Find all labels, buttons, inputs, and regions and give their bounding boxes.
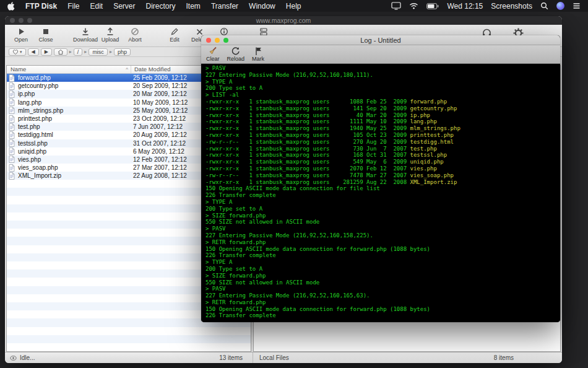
log-filename: XML_Import.zip: [410, 179, 457, 185]
menu-item[interactable]: Item: [186, 2, 201, 11]
menu-item[interactable]: Transfer: [211, 2, 238, 11]
file-date-modified: 20 Mar 2009, 12:12: [130, 90, 187, 97]
file-name: vies.php: [16, 156, 130, 163]
log-filename: vies_soap.php: [410, 172, 454, 178]
log-line: 200 Type set to A: [205, 206, 556, 212]
upload-label: Upload: [102, 37, 119, 43]
log-filename: ip.php: [410, 112, 431, 118]
file-name: testdigg.html: [16, 131, 130, 138]
path-segment-root[interactable]: /: [74, 48, 83, 56]
document-icon: [9, 131, 16, 139]
menu-item[interactable]: Edit: [90, 2, 103, 11]
upload-icon: [106, 27, 115, 37]
home-icon: [58, 49, 64, 55]
log-line: 550 SIZE not allowed in ASCII mode: [205, 279, 556, 286]
close-window-icon: [10, 18, 15, 23]
log-line: -rw-r--r-- 1 stanbusk_maxprog users 270 …: [205, 139, 556, 146]
menu-item[interactable]: Server: [113, 2, 135, 11]
display-icon[interactable]: [391, 2, 401, 10]
chevron-down-icon: ▾: [20, 50, 22, 55]
main-titlebar[interactable]: www.maxprog.com: [5, 16, 562, 25]
log-filename: mlm_strings.php: [410, 125, 460, 131]
log-line: -rwxr-xr-x 1 stanbusk_maxprog users 1111…: [205, 118, 556, 125]
column-header-date-modified[interactable]: Date Modified: [131, 66, 171, 73]
log-line: > PASV: [205, 65, 556, 72]
file-name: uniqid.php: [16, 148, 130, 155]
download-button[interactable]: Download: [73, 27, 98, 43]
edit-label: Edit: [170, 37, 179, 43]
close-label: Close: [38, 37, 53, 43]
log-line: 150 Opening ASCII mode data connection f…: [205, 246, 556, 253]
log-toolbar: Clear Reload Mark: [201, 45, 560, 64]
home-button[interactable]: [54, 48, 67, 56]
siri-icon[interactable]: [556, 2, 564, 10]
log-line: -rw-r--r-- 1 stanbusk_maxprog users 7478…: [205, 172, 556, 179]
clear-button[interactable]: Clear: [206, 46, 220, 62]
log-filename: forward.php: [410, 99, 447, 105]
upload-button[interactable]: Upload: [98, 27, 123, 43]
file-date-modified: 31 Oct 2007, 12:12: [130, 140, 186, 147]
log-line: > PASV: [205, 286, 556, 292]
close-button[interactable]: Close: [33, 27, 58, 43]
app-menu-title[interactable]: FTP Disk: [25, 2, 57, 11]
menubar-clock[interactable]: Wed 12:15: [447, 2, 483, 11]
log-filename: test.php: [410, 146, 437, 152]
broom-icon: [208, 46, 217, 56]
document-icon: [9, 107, 16, 114]
log-titlebar[interactable]: Log - Untitled: [201, 35, 560, 45]
log-filename: printtest.php: [410, 132, 454, 138]
battery-icon[interactable]: [426, 3, 439, 9]
menubar-screenshots-item[interactable]: Screenshots: [491, 2, 532, 11]
path-segment-php[interactable]: php: [114, 48, 131, 56]
menu-item[interactable]: Directory: [146, 2, 176, 11]
back-icon: ◀: [32, 49, 35, 55]
delete-icon: [196, 27, 204, 37]
traffic-lights[interactable]: [10, 18, 32, 23]
document-icon: [9, 74, 16, 82]
menu-item[interactable]: Window: [249, 2, 275, 11]
file-name: XML_Import.zip: [16, 172, 130, 179]
wifi-icon[interactable]: [409, 2, 418, 9]
back-button[interactable]: ◀: [28, 48, 39, 56]
file-date-modified: 10 May 2009, 12:12: [130, 99, 188, 106]
edit-button[interactable]: Edit: [162, 27, 187, 43]
log-terminal[interactable]: > PASV 227 Entering Passive Mode (216,92…: [201, 64, 560, 322]
log-filename: testssl.php: [410, 152, 447, 158]
menu-bar: FTP Disk FileEditServerDirectoryItemTran…: [0, 0, 588, 12]
path-separator: ▸: [84, 50, 87, 55]
menu-item[interactable]: Help: [286, 2, 301, 11]
log-line: > SIZE forward.php: [205, 212, 556, 219]
log-line: -rwxr-xr-x 1 stanbusk_maxprog users 2070…: [205, 165, 556, 172]
close-window-icon: [206, 38, 211, 43]
menu-item[interactable]: File: [67, 2, 79, 11]
log-line: 150 Opening ASCII mode data connection f…: [205, 306, 556, 313]
log-line: 226 Transfer complete: [205, 252, 556, 259]
forward-button[interactable]: ▶: [41, 48, 52, 56]
file-name: testssl.php: [16, 140, 130, 147]
document-icon: [9, 164, 16, 172]
path-segment-misc[interactable]: misc: [89, 48, 108, 56]
favorites-button[interactable]: ▾: [9, 48, 26, 56]
column-header-name[interactable]: Name ^: [7, 66, 131, 73]
file-date-modified: 23 Oct 2009, 12:12: [130, 115, 186, 122]
reload-button[interactable]: Reload: [227, 46, 245, 62]
log-line: 226 Transfer complete: [205, 192, 556, 199]
log-window: Log - Untitled Clear Reload Mark > PASV …: [201, 35, 560, 322]
menubar-items: FileEditServerDirectoryItemTransferWindo…: [67, 2, 301, 11]
mark-button[interactable]: Mark: [252, 46, 264, 62]
document-icon: [9, 156, 16, 163]
search-icon[interactable]: [540, 2, 548, 10]
edit-icon: [170, 27, 179, 37]
open-button[interactable]: Open: [9, 27, 33, 43]
log-traffic-lights[interactable]: [206, 38, 228, 43]
file-name: test.php: [16, 123, 130, 130]
log-line: > RETR forward.php: [205, 299, 556, 306]
abort-button[interactable]: Abort: [123, 27, 147, 43]
notification-center-icon[interactable]: [573, 2, 581, 9]
apple-icon[interactable]: [7, 2, 15, 11]
log-line: -rwxr-xr-x 1 stanbusk_maxprog users 168 …: [205, 152, 556, 159]
log-line: 150 Opening ASCII mode data connection f…: [205, 185, 556, 192]
log-line: -rwxr-xr-x 1 stanbusk_maxprog users 40 M…: [205, 112, 556, 119]
log-line: -rwxr-xr-x 1 stanbusk_maxprog users 549 …: [205, 159, 556, 165]
log-line: 226 Transfer complete: [205, 312, 556, 319]
